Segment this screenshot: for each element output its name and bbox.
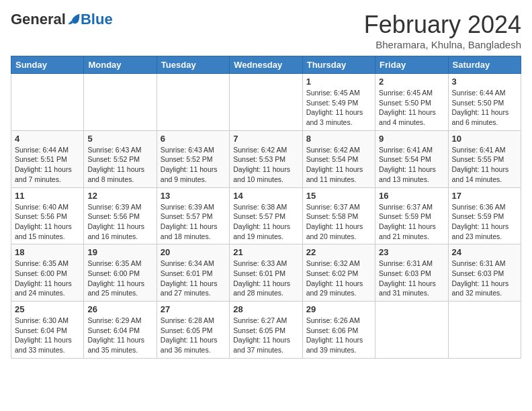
day-number: 20 xyxy=(161,247,226,257)
calendar-cell: 13Sunrise: 6:39 AM Sunset: 5:57 PM Dayli… xyxy=(157,187,229,244)
logo-general-text: General xyxy=(11,11,66,28)
calendar-table: SundayMondayTuesdayWednesdayThursdayFrid… xyxy=(11,56,521,359)
day-number: 15 xyxy=(306,191,371,201)
day-number: 10 xyxy=(452,134,517,144)
calendar-cell: 14Sunrise: 6:38 AM Sunset: 5:57 PM Dayli… xyxy=(230,187,302,244)
day-number: 19 xyxy=(87,247,152,257)
calendar-cell: 4Sunrise: 6:44 AM Sunset: 5:51 PM Daylig… xyxy=(11,130,84,187)
day-info: Sunrise: 6:27 AM Sunset: 6:05 PM Dayligh… xyxy=(233,316,298,355)
calendar-cell: 20Sunrise: 6:34 AM Sunset: 6:01 PM Dayli… xyxy=(157,244,229,302)
calendar-cell: 16Sunrise: 6:37 AM Sunset: 5:59 PM Dayli… xyxy=(375,187,448,244)
calendar-cell: 18Sunrise: 6:35 AM Sunset: 6:00 PM Dayli… xyxy=(11,244,84,302)
calendar-cell: 29Sunrise: 6:26 AM Sunset: 6:06 PM Dayli… xyxy=(302,302,375,359)
logo: General Blue xyxy=(11,11,113,28)
calendar-body: 1Sunrise: 6:45 AM Sunset: 5:49 PM Daylig… xyxy=(11,74,521,359)
day-number: 18 xyxy=(15,247,80,257)
calendar-week-row: 4Sunrise: 6:44 AM Sunset: 5:51 PM Daylig… xyxy=(11,130,521,187)
calendar-cell: 1Sunrise: 6:45 AM Sunset: 5:49 PM Daylig… xyxy=(302,74,375,131)
calendar-cell xyxy=(375,302,448,359)
calendar-cell xyxy=(84,74,157,131)
day-number: 16 xyxy=(379,191,444,201)
day-info: Sunrise: 6:40 AM Sunset: 5:56 PM Dayligh… xyxy=(15,202,80,242)
day-info: Sunrise: 6:42 AM Sunset: 5:54 PM Dayligh… xyxy=(306,145,371,185)
day-info: Sunrise: 6:41 AM Sunset: 5:55 PM Dayligh… xyxy=(452,145,517,185)
calendar-week-row: 18Sunrise: 6:35 AM Sunset: 6:00 PM Dayli… xyxy=(11,244,521,302)
calendar-cell: 8Sunrise: 6:42 AM Sunset: 5:54 PM Daylig… xyxy=(302,130,375,187)
logo-blue-text: Blue xyxy=(81,11,113,28)
day-number: 5 xyxy=(87,134,152,144)
day-info: Sunrise: 6:32 AM Sunset: 6:02 PM Dayligh… xyxy=(306,259,371,298)
calendar-day-header: Thursday xyxy=(302,56,375,74)
day-info: Sunrise: 6:26 AM Sunset: 6:06 PM Dayligh… xyxy=(306,316,371,355)
calendar-cell: 3Sunrise: 6:44 AM Sunset: 5:50 PM Daylig… xyxy=(448,74,521,131)
day-info: Sunrise: 6:37 AM Sunset: 5:58 PM Dayligh… xyxy=(306,202,371,242)
calendar-day-header: Saturday xyxy=(448,56,521,74)
calendar-cell: 15Sunrise: 6:37 AM Sunset: 5:58 PM Dayli… xyxy=(302,187,375,244)
day-info: Sunrise: 6:34 AM Sunset: 6:01 PM Dayligh… xyxy=(161,259,226,298)
day-info: Sunrise: 6:33 AM Sunset: 6:01 PM Dayligh… xyxy=(233,259,298,298)
calendar-cell: 27Sunrise: 6:28 AM Sunset: 6:05 PM Dayli… xyxy=(157,302,229,359)
day-info: Sunrise: 6:43 AM Sunset: 5:52 PM Dayligh… xyxy=(87,145,152,185)
calendar-cell: 2Sunrise: 6:45 AM Sunset: 5:50 PM Daylig… xyxy=(375,74,448,131)
day-info: Sunrise: 6:38 AM Sunset: 5:57 PM Dayligh… xyxy=(233,202,298,242)
main-title: February 2024 xyxy=(364,11,521,39)
day-number: 1 xyxy=(306,77,371,87)
day-number: 17 xyxy=(452,191,517,201)
calendar-cell: 22Sunrise: 6:32 AM Sunset: 6:02 PM Dayli… xyxy=(302,244,375,302)
calendar-cell: 9Sunrise: 6:41 AM Sunset: 5:54 PM Daylig… xyxy=(375,130,448,187)
day-info: Sunrise: 6:31 AM Sunset: 6:03 PM Dayligh… xyxy=(379,259,444,298)
calendar-cell: 24Sunrise: 6:31 AM Sunset: 6:03 PM Dayli… xyxy=(448,244,521,302)
page-header: General Blue February 2024 Bheramara, Kh… xyxy=(11,11,521,50)
calendar-header-row: SundayMondayTuesdayWednesdayThursdayFrid… xyxy=(11,56,521,74)
day-number: 21 xyxy=(233,247,298,257)
calendar-cell: 5Sunrise: 6:43 AM Sunset: 5:52 PM Daylig… xyxy=(84,130,157,187)
day-number: 9 xyxy=(379,134,444,144)
calendar-week-row: 25Sunrise: 6:30 AM Sunset: 6:04 PM Dayli… xyxy=(11,302,521,359)
day-info: Sunrise: 6:39 AM Sunset: 5:57 PM Dayligh… xyxy=(161,202,226,242)
day-number: 22 xyxy=(306,247,371,257)
calendar-cell: 19Sunrise: 6:35 AM Sunset: 6:00 PM Dayli… xyxy=(84,244,157,302)
day-info: Sunrise: 6:41 AM Sunset: 5:54 PM Dayligh… xyxy=(379,145,444,185)
day-info: Sunrise: 6:45 AM Sunset: 5:49 PM Dayligh… xyxy=(306,88,371,128)
calendar-week-row: 11Sunrise: 6:40 AM Sunset: 5:56 PM Dayli… xyxy=(11,187,521,244)
day-info: Sunrise: 6:39 AM Sunset: 5:56 PM Dayligh… xyxy=(87,202,152,242)
day-number: 6 xyxy=(161,134,226,144)
day-number: 25 xyxy=(15,304,80,314)
day-number: 27 xyxy=(161,304,226,314)
day-info: Sunrise: 6:29 AM Sunset: 6:04 PM Dayligh… xyxy=(87,316,152,355)
calendar-cell: 12Sunrise: 6:39 AM Sunset: 5:56 PM Dayli… xyxy=(84,187,157,244)
calendar-day-header: Wednesday xyxy=(230,56,302,74)
calendar-cell: 6Sunrise: 6:43 AM Sunset: 5:52 PM Daylig… xyxy=(157,130,229,187)
day-number: 24 xyxy=(452,247,517,257)
calendar-day-header: Sunday xyxy=(11,56,84,74)
calendar-cell xyxy=(157,74,229,131)
calendar-cell: 7Sunrise: 6:42 AM Sunset: 5:53 PM Daylig… xyxy=(230,130,302,187)
day-info: Sunrise: 6:37 AM Sunset: 5:59 PM Dayligh… xyxy=(379,202,444,242)
day-info: Sunrise: 6:30 AM Sunset: 6:04 PM Dayligh… xyxy=(15,316,80,355)
calendar-day-header: Friday xyxy=(375,56,448,74)
calendar-cell: 28Sunrise: 6:27 AM Sunset: 6:05 PM Dayli… xyxy=(230,302,302,359)
day-number: 4 xyxy=(15,134,80,144)
calendar-cell: 26Sunrise: 6:29 AM Sunset: 6:04 PM Dayli… xyxy=(84,302,157,359)
calendar-week-row: 1Sunrise: 6:45 AM Sunset: 5:49 PM Daylig… xyxy=(11,74,521,131)
calendar-cell xyxy=(11,74,84,131)
day-info: Sunrise: 6:31 AM Sunset: 6:03 PM Dayligh… xyxy=(452,259,517,298)
day-info: Sunrise: 6:44 AM Sunset: 5:50 PM Dayligh… xyxy=(452,88,517,128)
day-number: 3 xyxy=(452,77,517,87)
calendar-cell: 23Sunrise: 6:31 AM Sunset: 6:03 PM Dayli… xyxy=(375,244,448,302)
day-info: Sunrise: 6:36 AM Sunset: 5:59 PM Dayligh… xyxy=(452,202,517,242)
day-number: 2 xyxy=(379,77,444,87)
day-number: 29 xyxy=(306,304,371,314)
day-number: 28 xyxy=(233,304,298,314)
calendar-cell xyxy=(230,74,302,131)
day-info: Sunrise: 6:35 AM Sunset: 6:00 PM Dayligh… xyxy=(87,259,152,298)
calendar-day-header: Monday xyxy=(84,56,157,74)
calendar-cell xyxy=(448,302,521,359)
calendar-day-header: Tuesday xyxy=(157,56,229,74)
day-info: Sunrise: 6:28 AM Sunset: 6:05 PM Dayligh… xyxy=(161,316,226,355)
calendar-cell: 25Sunrise: 6:30 AM Sunset: 6:04 PM Dayli… xyxy=(11,302,84,359)
day-info: Sunrise: 6:45 AM Sunset: 5:50 PM Dayligh… xyxy=(379,88,444,128)
subtitle: Bheramara, Khulna, Bangladesh xyxy=(364,39,521,50)
day-info: Sunrise: 6:43 AM Sunset: 5:52 PM Dayligh… xyxy=(161,145,226,185)
day-number: 26 xyxy=(87,304,152,314)
